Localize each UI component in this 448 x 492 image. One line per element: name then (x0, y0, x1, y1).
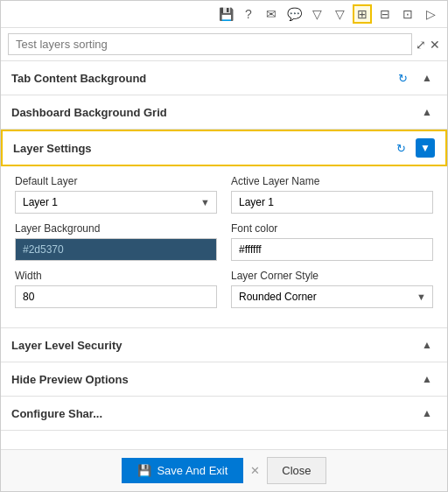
section-hide-preview[interactable]: Hide Preview Options ▲ (1, 362, 447, 397)
move-icon[interactable]: ⤢ (416, 38, 426, 52)
chevron-configure[interactable]: ▲ (417, 404, 437, 423)
layer-bg-input[interactable] (15, 238, 217, 261)
table-icon[interactable]: ⊟ (375, 4, 395, 24)
section-tab-content-bg[interactable]: Tab Content Background ↻ ▲ (1, 61, 447, 95)
export-icon[interactable]: ▷ (421, 4, 440, 24)
refresh-icon-tab[interactable]: ↻ (393, 68, 412, 88)
close-icon[interactable]: ✕ (430, 38, 440, 52)
section-layer-security[interactable]: Layer Level Security ▲ (1, 328, 447, 362)
section-dashboard-bg[interactable]: Dashboard Background Grid ▲ (1, 95, 447, 130)
section-layer-settings-title: Layer Settings (13, 142, 92, 155)
form-row-2: Layer Background Font color (15, 222, 433, 261)
section-configure[interactable]: Configure Shar... ▲ (1, 397, 447, 431)
save-btn-label: Save And Exit (157, 464, 228, 477)
section-dashboard-bg-title: Dashboard Background Grid (11, 106, 167, 119)
layout-icon[interactable]: ⊡ (398, 4, 417, 24)
save-btn-icon: 💾 (137, 464, 151, 477)
close-btn-label: Close (282, 464, 311, 477)
active-layer-label: Active Layer Name (231, 175, 433, 187)
chevron-tab[interactable]: ▲ (417, 68, 437, 88)
corner-style-select-wrapper: Rounded Corner ▼ (231, 285, 433, 308)
chevron-security[interactable]: ▲ (417, 335, 437, 355)
section-configure-title: Configure Shar... (11, 407, 102, 420)
default-layer-select-wrapper: Layer 1 ▼ (15, 191, 217, 214)
layer-settings-content: Default Layer Layer 1 ▼ Active Layer Nam… (1, 166, 447, 328)
toolbar: 💾 ? ✉ 💬 ▽ ▽ ⊞ ⊟ ⊡ ▷ (1, 1, 447, 28)
main-panel: 💾 ? ✉ 💬 ▽ ▽ ⊞ ⊟ ⊡ ▷ ⤢ ✕ Tab Content Back… (0, 0, 448, 492)
default-layer-label: Default Layer (15, 175, 217, 187)
section-hide-preview-title: Hide Preview Options (11, 373, 129, 386)
search-input[interactable] (8, 33, 412, 55)
search-bar: ⤢ ✕ (1, 28, 447, 61)
corner-style-select[interactable]: Rounded Corner (231, 285, 433, 308)
active-layer-group: Active Layer Name (231, 175, 433, 214)
section-tab-content-bg-title: Tab Content Background (11, 72, 146, 85)
form-row-1: Default Layer Layer 1 ▼ Active Layer Nam… (15, 175, 433, 214)
chevron-preview[interactable]: ▲ (417, 369, 437, 389)
corner-style-group: Layer Corner Style Rounded Corner ▼ (231, 270, 433, 308)
footer: 💾 Save And Exit ✕ Close (1, 449, 447, 491)
width-input[interactable] (15, 285, 217, 308)
active-layer-input[interactable] (231, 191, 433, 214)
default-layer-select[interactable]: Layer 1 (15, 191, 217, 214)
default-layer-group: Default Layer Layer 1 ▼ (15, 175, 217, 214)
grid-icon[interactable]: ⊞ (353, 4, 372, 24)
filter-icon[interactable]: ▽ (307, 4, 326, 24)
section-layer-settings[interactable]: Layer Settings ↻ ▼ (1, 130, 447, 166)
filter2-icon[interactable]: ▽ (330, 4, 349, 24)
chat-icon[interactable]: 💬 (284, 4, 304, 24)
chevron-dashboard[interactable]: ▲ (417, 102, 437, 122)
content-area: Tab Content Background ↻ ▲ Dashboard Bac… (1, 61, 447, 449)
width-label: Width (15, 270, 217, 282)
layer-bg-group: Layer Background (15, 222, 217, 261)
font-color-group: Font color (231, 222, 433, 261)
help-icon[interactable]: ? (239, 4, 258, 24)
corner-style-label: Layer Corner Style (231, 270, 433, 282)
save-icon[interactable]: 💾 (216, 4, 235, 24)
search-actions: ⤢ ✕ (416, 38, 440, 52)
save-and-exit-button[interactable]: 💾 Save And Exit (122, 458, 243, 483)
layer-bg-label: Layer Background (15, 222, 217, 235)
font-color-label: Font color (231, 222, 433, 235)
form-row-3: Width Layer Corner Style Rounded Corner … (15, 270, 433, 308)
section-layer-security-title: Layer Level Security (11, 339, 122, 352)
footer-divider: ✕ (250, 464, 260, 477)
width-group: Width (15, 270, 217, 308)
font-color-input[interactable] (231, 238, 433, 261)
mail-icon[interactable]: ✉ (262, 4, 281, 24)
close-button[interactable]: Close (267, 457, 326, 484)
refresh-icon-layer[interactable]: ↻ (391, 138, 410, 158)
chevron-layer[interactable]: ▼ (416, 138, 435, 158)
